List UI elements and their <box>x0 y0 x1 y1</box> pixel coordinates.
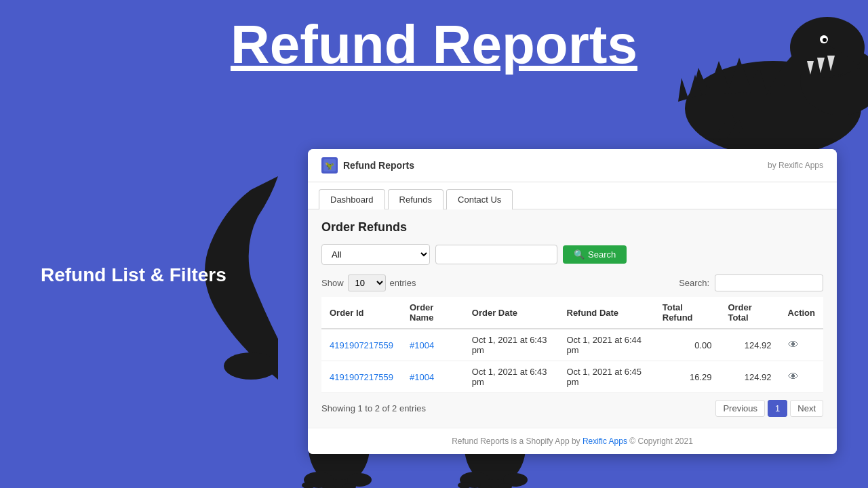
col-refund-date: Refund Date <box>559 297 654 329</box>
search-button-label: Search <box>588 249 616 260</box>
app-header: 🦖 Refund Reports by Rexific Apps <box>308 149 837 182</box>
footer-copy: © Copyright 2021 <box>627 436 693 446</box>
col-order-date: Order Date <box>464 297 559 329</box>
cell-order-id: 4191907217559 <box>321 329 401 361</box>
col-order-id: Order Id <box>321 297 401 329</box>
cell-action: 👁 <box>780 361 823 393</box>
filter-search-input[interactable] <box>435 245 557 264</box>
filter-dropdown[interactable]: All Refunded Partial Refund <box>321 244 430 265</box>
table-footer: Showing 1 to 2 of 2 entries Previous 1 N… <box>321 400 823 417</box>
order-id-link[interactable]: 4191907217559 <box>330 372 393 382</box>
search-right: Search: <box>679 274 823 291</box>
order-id-link[interactable]: 4191907217559 <box>330 340 393 350</box>
app-logo-icon: 🦖 <box>321 157 338 174</box>
table-search-input[interactable] <box>715 274 823 291</box>
page-1-button[interactable]: 1 <box>768 400 787 417</box>
col-total-refund: Total Refund <box>654 297 720 329</box>
next-button[interactable]: Next <box>790 400 823 417</box>
tab-refunds[interactable]: Refunds <box>388 189 443 209</box>
svg-text:🦖: 🦖 <box>325 161 334 170</box>
table-row: 4191907217559 #1004 Oct 1, 2021 at 6:43 … <box>321 329 823 361</box>
cell-order-total: 124.92 <box>719 329 779 361</box>
nav-tabs: Dashboard Refunds Contact Us <box>308 182 837 209</box>
app-panel: 🦖 Refund Reports by Rexific Apps Dashboa… <box>308 149 837 454</box>
cell-total-refund: 16.29 <box>654 361 720 393</box>
prev-button[interactable]: Previous <box>715 400 765 417</box>
order-name-link[interactable]: #1004 <box>410 340 434 350</box>
pagination: Previous 1 Next <box>715 400 823 417</box>
tab-contact-us[interactable]: Contact Us <box>446 189 513 209</box>
search-label: Search: <box>679 278 709 288</box>
search-button[interactable]: 🔍 Search <box>563 245 627 264</box>
section-title: Order Refunds <box>321 220 823 235</box>
app-brand: by Rexific Apps <box>768 161 823 170</box>
view-action-icon[interactable]: 👁 <box>788 339 799 350</box>
col-order-name: Order Name <box>401 297 464 329</box>
cell-order-date: Oct 1, 2021 at 6:43 pm <box>464 329 559 361</box>
cell-order-total: 124.92 <box>719 361 779 393</box>
content-area: Order Refunds All Refunded Partial Refun… <box>308 209 837 428</box>
show-row: Show 10 25 50 100 entries Search: <box>321 274 823 291</box>
data-table: Order Id Order Name Order Date Refund Da… <box>321 297 823 393</box>
entries-count-select[interactable]: 10 25 50 100 <box>348 274 386 291</box>
table-header-row: Order Id Order Name Order Date Refund Da… <box>321 297 823 329</box>
sidebar-label: Refund List & Filters <box>41 264 244 286</box>
show-label: Show <box>321 278 344 288</box>
dino-top-right-icon <box>583 0 868 156</box>
cell-total-refund: 0.00 <box>654 329 720 361</box>
cell-refund-date: Oct 1, 2021 at 6:44 pm <box>559 329 654 361</box>
cell-order-name: #1004 <box>401 329 464 361</box>
tab-dashboard[interactable]: Dashboard <box>319 189 385 209</box>
showing-entries-text: Showing 1 to 2 of 2 entries <box>321 403 426 413</box>
cell-action: 👁 <box>780 329 823 361</box>
app-footer: Refund Reports is a Shopify App by Rexif… <box>308 428 837 454</box>
footer-link[interactable]: Rexific Apps <box>583 436 627 446</box>
cell-order-name: #1004 <box>401 361 464 393</box>
view-action-icon[interactable]: 👁 <box>788 371 799 382</box>
search-icon: 🔍 <box>574 249 585 260</box>
app-header-title: Refund Reports <box>343 160 414 171</box>
svg-point-9 <box>823 38 827 42</box>
show-entries-left: Show 10 25 50 100 entries <box>321 274 416 291</box>
entries-label: entries <box>390 278 416 288</box>
order-name-link[interactable]: #1004 <box>410 372 434 382</box>
svg-point-10 <box>224 352 278 380</box>
cell-order-id: 4191907217559 <box>321 361 401 393</box>
col-order-total: Order Total <box>719 297 779 329</box>
filter-row: All Refunded Partial Refund 🔍 Search <box>321 244 823 265</box>
col-action: Action <box>780 297 823 329</box>
footer-text: Refund Reports is a Shopify App by <box>452 436 583 446</box>
cell-order-date: Oct 1, 2021 at 6:43 pm <box>464 361 559 393</box>
cell-refund-date: Oct 1, 2021 at 6:45 pm <box>559 361 654 393</box>
app-header-left: 🦖 Refund Reports <box>321 157 414 174</box>
table-row: 4191907217559 #1004 Oct 1, 2021 at 6:43 … <box>321 361 823 393</box>
